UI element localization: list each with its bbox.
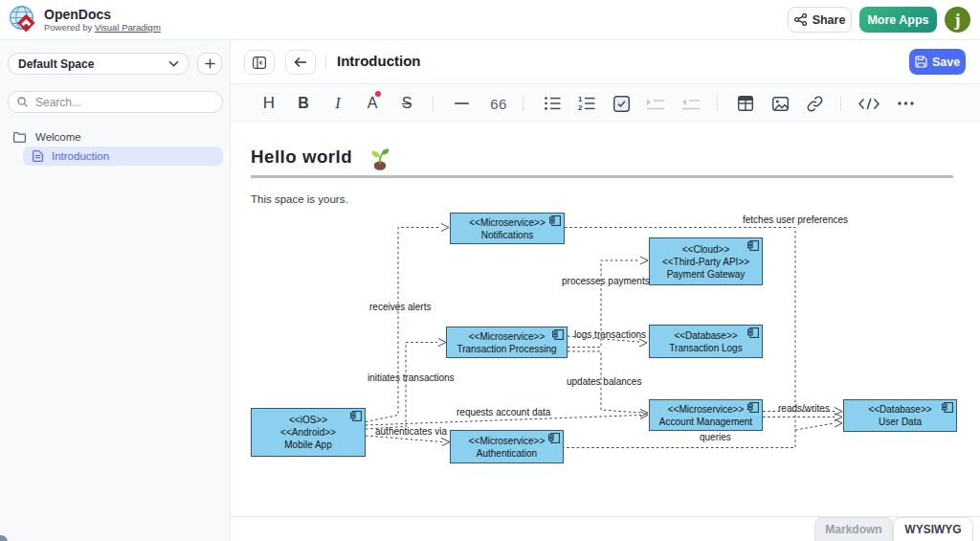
svg-text:1: 1 <box>578 96 583 103</box>
svg-text:2: 2 <box>578 103 583 111</box>
